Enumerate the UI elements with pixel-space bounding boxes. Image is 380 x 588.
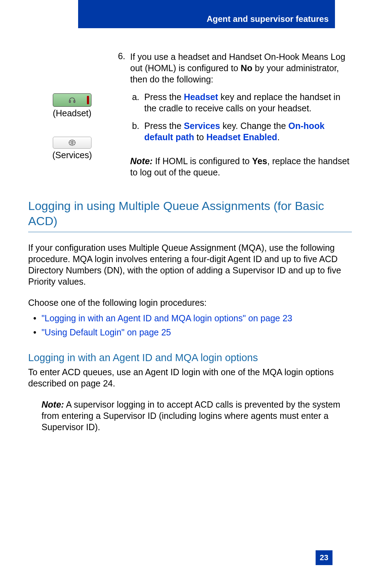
header-title: Agent and supervisor features — [207, 14, 329, 24]
note-bold: Yes — [252, 156, 267, 166]
globe-icon — [68, 139, 77, 146]
step6-note: Note: If HOML is configured to Yes, repl… — [130, 155, 352, 178]
header-bar: Agent and supervisor features — [78, 0, 335, 28]
bullet-dot: • — [28, 325, 42, 339]
headset-button-label: (Headset) — [28, 108, 116, 118]
headset-button — [53, 93, 91, 107]
bullet-item-2: • "Using Default Login" on page 25 — [28, 325, 352, 339]
choose-procedure-para: Choose one of the following login proced… — [28, 297, 352, 308]
note-label-2: Note: — [42, 400, 64, 409]
step-6-row: (Headset) (Services) 6. If you use a hea… — [28, 51, 352, 178]
note-label: Note: — [130, 156, 153, 166]
sub-b-pre: Press the — [144, 121, 184, 131]
bullet-item-1: • "Logging in with an Agent ID and MQA l… — [28, 311, 352, 325]
headset-icon — [68, 96, 76, 104]
substep-b: b. Press the Services key. Change the On… — [130, 120, 352, 143]
services-button-label: (Services) — [28, 150, 116, 160]
link-default-login[interactable]: "Using Default Login" on page 25 — [42, 325, 171, 339]
bullet-dot: • — [28, 311, 42, 325]
page-number: 23 — [316, 550, 332, 565]
subsection-intro: To enter ACD queues, use an Agent ID log… — [28, 366, 352, 389]
subsection-heading-agent-id: Logging in with an Agent ID and MQA logi… — [28, 352, 352, 364]
substep-a-letter: a. — [130, 91, 144, 114]
substep-b-text: Press the Services key. Change the On-ho… — [144, 120, 352, 143]
sub-b-mid2: to — [194, 132, 207, 142]
services-button — [53, 137, 91, 149]
sub-a-pre: Press the — [144, 92, 184, 102]
svg-rect-0 — [69, 100, 71, 103]
note-text-2: A supervisor logging in to accept ACD ca… — [42, 400, 340, 432]
headset-button-container: (Headset) (Services) — [28, 93, 116, 160]
substep-b-letter: b. — [130, 120, 144, 143]
headset-enabled-link[interactable]: Headset Enabled — [206, 132, 277, 142]
button-column: (Headset) (Services) — [28, 51, 116, 178]
supervisor-note: Note: A supervisor logging in to accept … — [42, 399, 352, 433]
link-agent-id-mqa[interactable]: "Logging in with an Agent ID and MQA log… — [42, 311, 292, 325]
headset-link[interactable]: Headset — [184, 92, 218, 102]
section-heading-mqa: Logging in using Multiple Queue Assignme… — [28, 198, 352, 232]
step-number: 6. — [116, 51, 130, 178]
step6-bold: No — [241, 63, 252, 73]
substep-a: a. Press the Headset key and replace the… — [130, 91, 352, 114]
sub-b-post: . — [277, 132, 280, 142]
page-content: (Headset) (Services) 6. If you use a hea… — [28, 51, 352, 433]
mqa-intro-para: If your configuration uses Multiple Queu… — [28, 242, 352, 287]
step-6-text-column: 6. If you use a headset and Handset On-H… — [116, 51, 352, 178]
sub-b-mid: key. Change the — [220, 121, 288, 131]
step-6-text: If you use a headset and Handset On-Hook… — [130, 51, 352, 178]
substep-a-text: Press the Headset key and replace the ha… — [144, 91, 352, 114]
note-pre: If HOML is configured to — [153, 156, 252, 166]
services-link[interactable]: Services — [184, 121, 220, 131]
svg-rect-1 — [74, 100, 75, 103]
procedure-bullet-list: • "Logging in with an Agent ID and MQA l… — [28, 311, 352, 339]
